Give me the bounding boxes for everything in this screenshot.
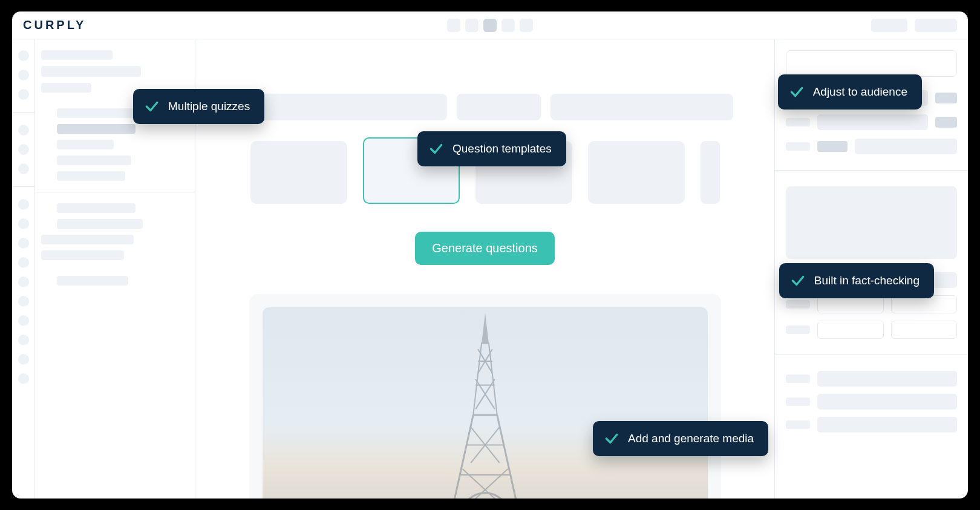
- sidebar-sub-item[interactable]: [57, 108, 143, 118]
- sidebar-sub-item[interactable]: [57, 140, 114, 149]
- callout-adjust-audience: Adjust to audience: [778, 74, 922, 110]
- rail-item[interactable]: [18, 70, 29, 80]
- rail-item[interactable]: [18, 163, 29, 174]
- check-icon: [790, 273, 806, 289]
- sidebar-item[interactable]: [41, 50, 113, 60]
- panel-preview: [786, 186, 957, 259]
- top-tab[interactable]: [520, 19, 533, 32]
- panel-field[interactable]: [817, 417, 957, 433]
- callout-label: Adjust to audience: [813, 85, 907, 99]
- rail-item[interactable]: [18, 354, 29, 365]
- sidebar-item[interactable]: [41, 83, 91, 93]
- top-control[interactable]: [871, 19, 907, 32]
- category-tab[interactable]: [550, 94, 733, 120]
- rail-item[interactable]: [18, 144, 29, 155]
- sidebar-sub-item[interactable]: [57, 155, 131, 165]
- app-window: CURPLY: [12, 11, 968, 499]
- panel-divider: [775, 355, 968, 355]
- panel-search[interactable]: [786, 50, 957, 77]
- top-control[interactable]: [915, 19, 957, 32]
- template-card[interactable]: [588, 141, 685, 204]
- callout-multiple-quizzes: Multiple quizzes: [133, 89, 264, 124]
- sidebar-sub-item[interactable]: [57, 276, 128, 286]
- eiffel-tower-icon: [400, 307, 570, 499]
- panel-input[interactable]: [817, 321, 884, 339]
- media-preview-card: [249, 294, 721, 499]
- callout-add-media: Add and generate media: [593, 421, 768, 456]
- panel-section: [786, 371, 957, 433]
- callout-label: Add and generate media: [628, 432, 754, 445]
- rail-item[interactable]: [18, 276, 29, 287]
- panel-field[interactable]: [817, 371, 957, 387]
- panel-label: [786, 374, 810, 383]
- panel-label: [786, 118, 810, 126]
- generate-questions-button[interactable]: Generate questions: [415, 232, 555, 265]
- sidebar-item[interactable]: [57, 219, 143, 229]
- top-center-tabs: [447, 19, 533, 32]
- callout-label: Built in fact-checking: [814, 274, 920, 287]
- sidebar-divider: [35, 192, 195, 192]
- svg-line-11: [462, 469, 508, 499]
- top-right-controls: [871, 19, 957, 32]
- category-tab[interactable]: [237, 94, 448, 120]
- callout-fact-checking: Built in fact-checking: [779, 263, 934, 298]
- callout-question-templates: Question templates: [417, 131, 566, 166]
- rail-item[interactable]: [18, 257, 29, 268]
- check-icon: [144, 99, 160, 114]
- sidebar-item[interactable]: [57, 203, 136, 213]
- panel-label: [786, 325, 810, 334]
- category-tabs: [237, 94, 733, 120]
- sidebar-item[interactable]: [41, 235, 134, 244]
- mini-rail: [12, 39, 35, 499]
- rail-item[interactable]: [18, 50, 29, 61]
- sidebar-sub-item-active[interactable]: [57, 124, 136, 134]
- panel-chip[interactable]: [935, 117, 957, 128]
- rail-item[interactable]: [18, 199, 29, 210]
- callout-label: Multiple quizzes: [168, 100, 250, 113]
- top-tab-active[interactable]: [483, 19, 497, 32]
- sidebar-item[interactable]: [41, 66, 141, 77]
- callout-label: Question templates: [452, 142, 552, 155]
- top-tab[interactable]: [447, 19, 460, 32]
- svg-line-12: [462, 469, 508, 499]
- rail-item[interactable]: [18, 335, 29, 345]
- rail-item[interactable]: [18, 238, 29, 249]
- panel-field[interactable]: [817, 394, 957, 410]
- category-tab[interactable]: [457, 94, 541, 120]
- sidebar-item[interactable]: [41, 250, 124, 260]
- rail-divider: [12, 112, 34, 113]
- panel-label: [786, 397, 810, 406]
- template-card[interactable]: [250, 141, 347, 204]
- rail-divider: [12, 186, 34, 187]
- brand-logo: CURPLY: [23, 18, 86, 32]
- panel-divider: [775, 170, 968, 171]
- media-image[interactable]: [263, 307, 708, 499]
- panel-field[interactable]: [817, 114, 928, 130]
- rail-item[interactable]: [18, 125, 29, 136]
- template-card-more[interactable]: [701, 141, 720, 204]
- sidebar-sub-item[interactable]: [57, 171, 125, 181]
- panel-chip[interactable]: [935, 93, 957, 103]
- rail-item[interactable]: [18, 89, 29, 100]
- check-icon: [428, 141, 444, 157]
- panel-chip[interactable]: [817, 141, 848, 152]
- rail-item[interactable]: [18, 296, 29, 307]
- panel-label: [786, 142, 810, 151]
- panel-field[interactable]: [855, 139, 957, 154]
- top-bar: CURPLY: [12, 11, 968, 39]
- top-tab[interactable]: [501, 19, 515, 32]
- rail-item[interactable]: [18, 373, 29, 384]
- check-icon: [789, 84, 805, 100]
- panel-label: [786, 300, 810, 309]
- top-tab[interactable]: [465, 19, 479, 32]
- rail-item[interactable]: [18, 315, 29, 326]
- check-icon: [604, 431, 619, 446]
- panel-label: [786, 420, 810, 429]
- panel-input[interactable]: [891, 321, 958, 339]
- rail-item[interactable]: [18, 218, 29, 229]
